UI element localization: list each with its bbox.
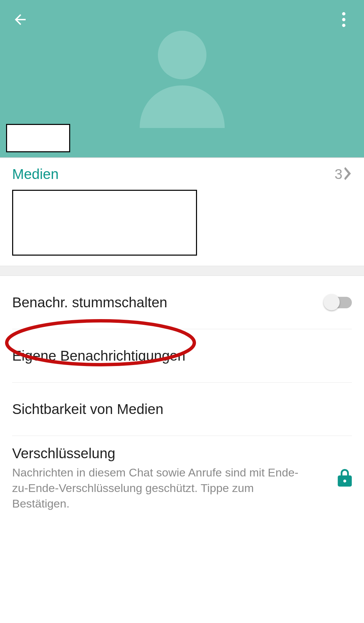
overflow-menu-button[interactable] bbox=[334, 10, 354, 30]
encryption-label: Verschlüsselung bbox=[12, 445, 302, 462]
mute-toggle[interactable] bbox=[326, 297, 352, 308]
toggle-knob bbox=[324, 294, 340, 310]
svg-point-3 bbox=[158, 31, 206, 79]
mute-label: Benachr. stummschalten bbox=[12, 294, 167, 311]
media-count-wrap: 3 bbox=[335, 166, 352, 182]
media-section: Medien 3 bbox=[0, 158, 364, 266]
custom-notifications-row[interactable]: Eigene Benachrichtigungen bbox=[12, 329, 352, 383]
settings-list: Benachr. stummschalten Eigene Benachrich… bbox=[0, 276, 364, 521]
more-vert-icon bbox=[342, 12, 345, 28]
section-divider bbox=[0, 266, 364, 276]
media-label: Medien bbox=[12, 166, 59, 182]
mute-notifications-row[interactable]: Benachr. stummschalten bbox=[12, 276, 352, 329]
media-thumbnails-redaction bbox=[12, 190, 197, 256]
svg-point-0 bbox=[342, 12, 345, 16]
avatar-placeholder bbox=[132, 29, 233, 130]
contact-name-redaction bbox=[6, 124, 70, 152]
arrow-left-icon bbox=[12, 11, 28, 29]
media-visibility-label: Sichtbarkeit von Medien bbox=[12, 401, 163, 417]
encryption-sub: Nachrichten in diesem Chat sowie Anrufe … bbox=[12, 465, 302, 512]
svg-point-1 bbox=[342, 18, 345, 21]
custom-notifications-label: Eigene Benachrichtigungen bbox=[12, 348, 186, 364]
encryption-text: Verschlüsselung Nachrichten in diesem Ch… bbox=[12, 445, 302, 512]
back-button[interactable] bbox=[10, 10, 30, 30]
profile-header bbox=[0, 0, 364, 158]
media-row[interactable]: Medien 3 bbox=[12, 166, 352, 182]
encryption-row[interactable]: Verschlüsselung Nachrichten in diesem Ch… bbox=[12, 436, 352, 521]
media-visibility-row[interactable]: Sichtbarkeit von Medien bbox=[12, 383, 352, 436]
media-count: 3 bbox=[335, 166, 342, 182]
lock-icon bbox=[338, 469, 352, 488]
svg-point-2 bbox=[342, 24, 345, 27]
chevron-right-icon bbox=[344, 167, 352, 181]
